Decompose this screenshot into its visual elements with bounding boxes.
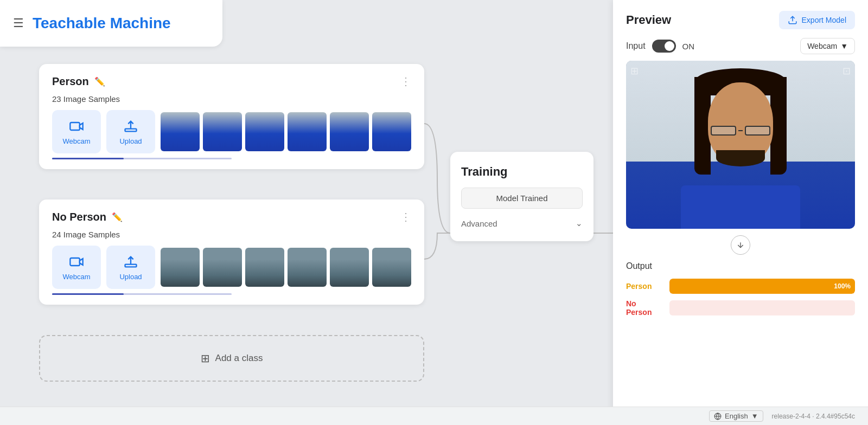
preview-panel: Preview Export Model Input ON Webcam ▼ [613,0,868,425]
class-name-person: Person [52,75,89,88]
canvas: Person ✏️ ⋮ 23 Image Samples Webcam Uplo… [0,0,613,425]
add-class-label: ⊞ Add a class [201,352,263,365]
globe-icon [714,413,722,420]
class-name-row-noperson: No Person ✏️ [52,211,123,223]
webcam-dropdown-label: Webcam [807,42,837,50]
output-section: Output Person 100% No Person [626,261,855,414]
training-title: Training [461,165,583,179]
add-class-text: Add a class [215,353,263,364]
add-class-card[interactable]: ⊞ Add a class [39,335,424,382]
output-title: Output [626,261,855,271]
scroll-bar-person [52,158,232,159]
output-row-noperson: No Person [626,299,855,317]
class-name-row-person: Person ✏️ [52,75,105,88]
svg-rect-2 [125,128,137,131]
thumb-noperson-6 [372,248,411,287]
language-label: English [725,412,748,420]
thumb-noperson-5 [330,248,369,287]
class-card-person: Person ✏️ ⋮ 23 Image Samples Webcam Uplo… [39,64,424,169]
chevron-down-icon: ⌄ [576,218,583,228]
class-name-noperson: No Person [52,211,106,223]
export-model-label: Export Model [802,16,846,24]
preview-header: Preview Export Model [626,11,855,29]
edit-icon-noperson[interactable]: ✏️ [112,212,123,222]
webcam-btn-label-person: Webcam [62,137,90,145]
svg-marker-1 [80,123,83,130]
thumb-person-4 [288,112,327,151]
output-label-person: Person [626,282,663,291]
upload-btn-label-noperson: Upload [119,273,142,281]
class-header-person: Person ✏️ ⋮ [52,75,411,88]
output-bar-fill-person: 100% [669,279,855,294]
svg-marker-4 [80,259,83,265]
upload-button-noperson[interactable]: Upload [106,246,155,289]
thumbnails-noperson [161,248,411,287]
down-arrow-button[interactable] [731,235,750,255]
toggle-switch[interactable] [652,40,676,53]
svg-rect-3 [70,258,80,266]
more-icon-noperson[interactable]: ⋮ [400,210,411,223]
on-label: ON [682,42,695,51]
scroll-bar-inner-noperson [52,293,124,295]
thumb-person-1 [161,112,200,151]
thumb-person-3 [245,112,284,151]
scroll-bar-noperson [52,293,232,295]
input-label: Input [626,41,646,51]
output-pct-person: 100% [834,282,851,290]
output-bar-bg-person: 100% [669,279,855,294]
advanced-label: Advanced [461,219,497,228]
samples-row-person: Webcam Upload [52,110,411,153]
output-label-noperson: No Person [626,299,663,317]
upload-btn-label-person: Upload [119,137,142,145]
input-row: Input ON Webcam ▼ [626,38,855,54]
thumb-person-2 [203,112,242,151]
header: ☰ Teachable Machine [0,0,222,47]
app-title: Teachable Machine [33,15,171,32]
output-bar-bg-noperson [669,300,855,315]
footer: English ▼ release-2-4-4 · 2.4.4#95c54c [0,407,868,425]
thumb-person-6 [372,112,411,151]
upload-button-person[interactable]: Upload [106,110,155,153]
sample-count-noperson: 24 Image Samples [52,230,411,239]
training-card: Training Model Trained Advanced ⌄ [450,152,593,241]
svg-rect-5 [125,264,137,267]
language-selector[interactable]: English ▼ [709,410,763,422]
preview-title: Preview [626,13,671,27]
thumb-noperson-3 [245,248,284,287]
thumb-person-5 [330,112,369,151]
output-row-person: Person 100% [626,279,855,294]
webcam-button-noperson[interactable]: Webcam [52,246,101,289]
webcam-dropdown-chevron: ▼ [840,42,848,50]
thumb-noperson-2 [203,248,242,287]
scroll-bar-inner-person [52,158,124,159]
thumb-noperson-4 [288,248,327,287]
webcam-feed: ⊞ ⊡ [626,61,855,229]
svg-rect-0 [70,123,80,130]
samples-row-noperson: Webcam Upload [52,246,411,289]
webcam-corner-icon-tr: ⊡ [843,65,851,77]
webcam-button-person[interactable]: Webcam [52,110,101,153]
class-header-noperson: No Person ✏️ ⋮ [52,210,411,223]
webcam-corner-icon-tl: ⊞ [630,65,639,77]
webcam-btn-label-noperson: Webcam [62,273,90,281]
class-card-noperson: No Person ✏️ ⋮ 24 Image Samples Webcam U… [39,199,424,305]
model-trained-button[interactable]: Model Trained [461,188,583,209]
language-chevron: ▼ [751,412,758,420]
version-text: release-2-4-4 · 2.4.4#95c54c [772,413,855,420]
export-model-button[interactable]: Export Model [779,11,855,29]
sample-count-person: 23 Image Samples [52,94,411,104]
thumb-noperson-1 [161,248,200,287]
edit-icon-person[interactable]: ✏️ [94,76,105,87]
advanced-row[interactable]: Advanced ⌄ [461,216,583,230]
hamburger-icon[interactable]: ☰ [13,16,24,30]
webcam-dropdown[interactable]: Webcam ▼ [800,38,855,54]
toggle-knob [665,41,674,51]
thumbnails-person [161,112,411,151]
more-icon-person[interactable]: ⋮ [400,75,411,88]
